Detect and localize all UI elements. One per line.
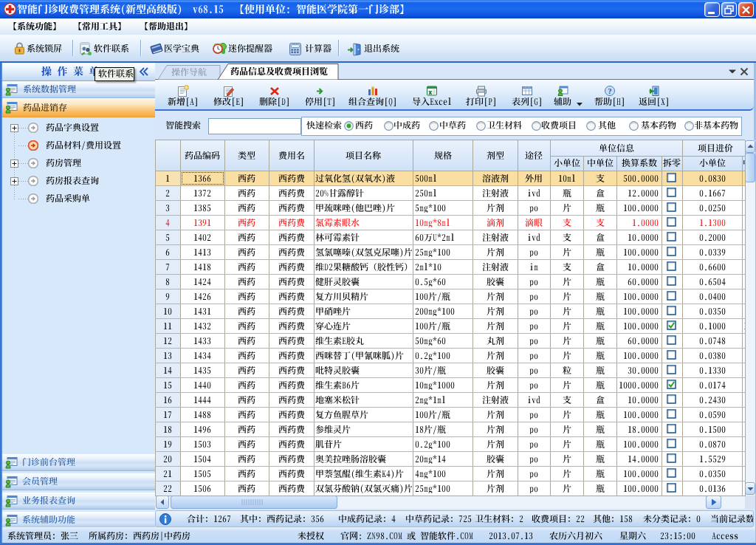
svg-text:?: ? bbox=[608, 87, 612, 95]
